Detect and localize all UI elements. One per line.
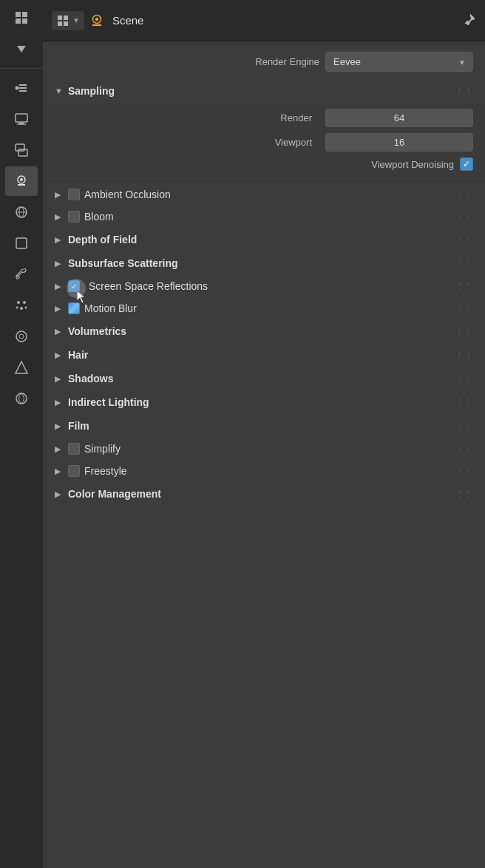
scene-header-icon <box>89 13 105 29</box>
subsurface-scattering-arrow: ▶ <box>55 259 64 268</box>
hair-label: Hair <box>68 349 88 361</box>
render-field-value[interactable]: 64 <box>325 109 473 127</box>
film-dots: ⋮⋮ <box>455 421 473 431</box>
render-engine-row: Render Engine Eevee Cycles Workbench <box>43 47 485 79</box>
svg-rect-32 <box>64 16 68 20</box>
color-management-label: Color Management <box>68 488 161 500</box>
sidebar-icon-particles[interactable] <box>5 291 38 320</box>
simplify-section[interactable]: ▶ Simplify ⋮⋮ <box>43 438 485 460</box>
volumetrics-label: Volumetrics <box>68 325 126 337</box>
svg-point-25 <box>16 307 18 309</box>
sidebar <box>0 0 43 868</box>
viewport-field-label: Viewport <box>72 137 319 148</box>
sidebar-icon-constraints[interactable] <box>5 353 38 382</box>
sidebar-icon-object[interactable] <box>5 228 38 258</box>
indirect-lighting-dots: ⋮⋮ <box>455 398 473 407</box>
ssr-label: Screen Space Reflections <box>89 280 208 292</box>
sidebar-icon-render[interactable] <box>5 3 38 33</box>
render-field-row: Render 64 <box>43 106 485 130</box>
sidebar-icon-data[interactable] <box>5 384 38 413</box>
freestyle-section[interactable]: ▶ Freestyle ⋮⋮ <box>43 460 485 482</box>
denoising-label: Viewport Denoising <box>371 159 454 170</box>
ssr-section[interactable]: ▶ ✓ Screen Space Reflections ⋮⋮ <box>43 275 485 297</box>
viewport-field-value[interactable]: 16 <box>325 133 473 152</box>
render-field-label: Render <box>72 112 319 123</box>
simplify-checkbox[interactable] <box>68 443 80 455</box>
svg-point-28 <box>19 334 24 339</box>
sidebar-icon-world[interactable] <box>5 197 38 227</box>
simplify-dots: ⋮⋮ <box>455 444 473 454</box>
denoising-checkbox[interactable]: ✓ <box>460 157 473 171</box>
pin-button[interactable] <box>463 13 476 29</box>
svg-marker-29 <box>16 362 27 373</box>
ambient-occlusion-label: Ambient Occlusion <box>84 189 171 200</box>
sampling-section-header[interactable]: ▼ Sampling ⋮⋮ <box>43 79 485 103</box>
editor-type-selector[interactable]: ▼ <box>52 11 84 30</box>
ambient-occlusion-arrow: ▶ <box>55 190 64 200</box>
shadows-dots: ⋮⋮ <box>455 374 473 384</box>
sidebar-icon-modifier[interactable] <box>5 260 38 289</box>
svg-rect-0 <box>16 12 21 17</box>
ssr-checkbox-wrapper: ✓ <box>68 280 80 292</box>
subsurface-scattering-section[interactable]: ▶ Subsurface Scattering ⋮⋮ <box>43 251 485 275</box>
sidebar-icon-output[interactable] <box>5 104 38 134</box>
freestyle-checkbox[interactable] <box>68 465 80 477</box>
sidebar-icon-dropdown[interactable] <box>5 34 38 64</box>
ssr-dots: ⋮⋮ <box>455 282 473 291</box>
svg-rect-33 <box>58 21 62 26</box>
film-label: Film <box>68 420 89 432</box>
indirect-lighting-arrow: ▶ <box>55 398 64 407</box>
bloom-dots: ⋮⋮ <box>455 212 473 222</box>
ssr-checkbox[interactable]: ✓ <box>68 280 80 292</box>
color-management-arrow: ▶ <box>55 489 64 499</box>
panel-header: ▼ Scene <box>43 0 485 41</box>
motion-blur-section[interactable]: ▶ Motion Blur ⋮⋮ <box>43 297 485 319</box>
sidebar-icon-view-layer[interactable] <box>5 135 38 165</box>
shadows-section[interactable]: ▶ Shadows ⋮⋮ <box>43 367 485 390</box>
volumetrics-arrow: ▶ <box>55 327 64 336</box>
depth-of-field-label: Depth of Field <box>68 234 137 245</box>
shadows-label: Shadows <box>68 373 113 384</box>
depth-of-field-dots: ⋮⋮ <box>455 235 473 245</box>
motion-blur-checkbox[interactable] <box>68 302 80 314</box>
indirect-lighting-label: Indirect Lighting <box>68 396 149 408</box>
header-left: ▼ Scene <box>52 11 143 30</box>
freestyle-dots: ⋮⋮ <box>455 467 473 476</box>
indirect-lighting-section[interactable]: ▶ Indirect Lighting ⋮⋮ <box>43 390 485 414</box>
motion-blur-arrow: ▶ <box>55 304 64 313</box>
sidebar-icon-physics[interactable] <box>5 322 38 351</box>
sampling-arrow: ▼ <box>55 87 64 95</box>
volumetrics-dots: ⋮⋮ <box>455 327 473 336</box>
svg-rect-31 <box>58 16 62 20</box>
sampling-label: Sampling <box>68 85 115 97</box>
depth-of-field-section[interactable]: ▶ Depth of Field ⋮⋮ <box>43 228 485 251</box>
motion-blur-dots: ⋮⋮ <box>455 304 473 313</box>
svg-point-26 <box>25 307 27 309</box>
denoising-row: Viewport Denoising ✓ <box>43 155 485 174</box>
color-management-section[interactable]: ▶ Color Management ⋮⋮ <box>43 482 485 506</box>
hair-section[interactable]: ▶ Hair ⋮⋮ <box>43 343 485 367</box>
sampling-dots: ⋮⋮ <box>455 87 473 96</box>
sidebar-icon-scene[interactable] <box>5 166 38 196</box>
svg-point-22 <box>17 301 20 304</box>
subsurface-scattering-dots: ⋮⋮ <box>455 259 473 268</box>
hair-arrow: ▶ <box>55 350 64 360</box>
render-engine-select[interactable]: Eevee Cycles Workbench <box>325 52 473 72</box>
freestyle-label: Freestyle <box>84 465 127 477</box>
render-engine-select-wrapper[interactable]: Eevee Cycles Workbench <box>325 52 473 72</box>
bloom-checkbox[interactable] <box>68 211 80 223</box>
ambient-occlusion-section[interactable]: ▶ Ambient Occlusion ⋮⋮ <box>43 183 485 206</box>
bloom-arrow: ▶ <box>55 212 64 222</box>
svg-point-30 <box>16 393 27 404</box>
svg-rect-20 <box>16 238 27 248</box>
ambient-occlusion-checkbox[interactable] <box>68 189 80 200</box>
bloom-section[interactable]: ▶ Bloom ⋮⋮ <box>43 206 485 228</box>
main-panel: ▼ Scene Render Engine Eevee Cycles <box>43 0 485 868</box>
shadows-arrow: ▶ <box>55 374 64 384</box>
motion-blur-label: Motion Blur <box>84 302 137 314</box>
film-section[interactable]: ▶ Film ⋮⋮ <box>43 414 485 438</box>
sidebar-icon-render-props[interactable] <box>5 73 38 103</box>
volumetrics-section[interactable]: ▶ Volumetrics ⋮⋮ <box>43 319 485 343</box>
ambient-occlusion-dots: ⋮⋮ <box>455 190 473 200</box>
svg-point-24 <box>20 307 23 310</box>
